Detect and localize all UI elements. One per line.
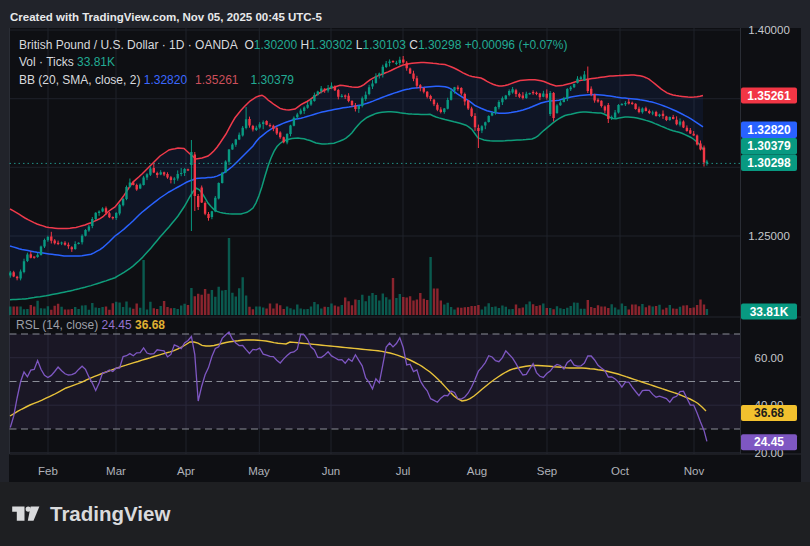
svg-text:Jul: Jul <box>396 465 411 477</box>
svg-text:Sep: Sep <box>537 465 557 477</box>
svg-text:1.30298: 1.30298 <box>747 156 791 170</box>
svg-text:1.40000: 1.40000 <box>748 24 790 36</box>
svg-text:British Pound / U.S. Dollar ·: British Pound / U.S. Dollar · 1D · OANDA… <box>19 38 567 52</box>
svg-text:33.81K: 33.81K <box>750 305 789 319</box>
svg-text:Mar: Mar <box>106 465 126 477</box>
svg-text:May: May <box>248 465 270 477</box>
svg-text:Aug: Aug <box>467 465 487 477</box>
svg-text:RSL (14, close) 24.45 36.68: RSL (14, close) 24.45 36.68 <box>16 318 165 332</box>
svg-text:TradingView: TradingView <box>50 502 170 525</box>
svg-text:Oct: Oct <box>611 465 630 477</box>
svg-text:Jun: Jun <box>322 465 341 477</box>
svg-text:Apr: Apr <box>177 465 195 477</box>
svg-text:Feb: Feb <box>38 465 58 477</box>
svg-text:24.45: 24.45 <box>754 435 784 449</box>
svg-text:1.32820: 1.32820 <box>747 123 791 137</box>
svg-text:Nov: Nov <box>684 465 705 477</box>
svg-text:1.35261: 1.35261 <box>747 89 791 103</box>
svg-text:1.30379: 1.30379 <box>747 139 791 153</box>
svg-text:Created with TradingView.com,: Created with TradingView.com, Nov 05, 20… <box>10 11 322 23</box>
svg-text:60.00: 60.00 <box>755 352 784 364</box>
svg-text:Vol · Ticks 33.81K: Vol · Ticks 33.81K <box>19 55 115 69</box>
svg-text:36.68: 36.68 <box>754 406 784 420</box>
svg-text:1.25000: 1.25000 <box>748 230 790 242</box>
svg-text:BB (20, SMA, close, 2) 1.32820: BB (20, SMA, close, 2) 1.328201.352611.3… <box>19 73 294 87</box>
